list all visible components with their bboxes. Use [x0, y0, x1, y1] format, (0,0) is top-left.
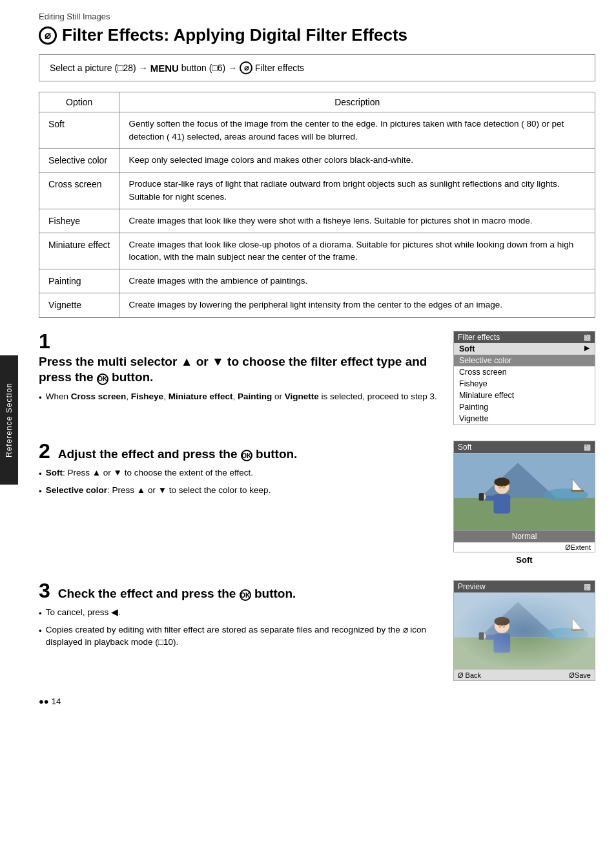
step-2-body: • Soft: Press ▲ or ▼ to choose the exten…: [39, 467, 442, 498]
step-3-header: 3 Check the effect and press the OK butt…: [39, 580, 442, 602]
step-2-number: 2: [39, 441, 50, 461]
filter-icon: ⌀: [39, 26, 57, 45]
side-tab: Reference Section: [0, 355, 18, 485]
preview-icon: ▩: [584, 582, 591, 591]
filter-screen-icon: ▩: [584, 333, 591, 342]
step-1-number: 1: [39, 331, 50, 351]
filter-list-item[interactable]: Selective color: [454, 355, 595, 366]
filter-list-item[interactable]: Vignette: [454, 413, 595, 424]
soft-titlebar: Soft ▩: [454, 441, 595, 453]
soft-title: Soft: [458, 443, 471, 452]
step-3-bullet-cancel: • To cancel, press ◀.: [39, 607, 442, 620]
table-row: PaintingCreate images with the ambience …: [39, 269, 595, 293]
soft-caption: Soft: [453, 555, 595, 565]
svg-rect-30: [454, 592, 595, 669]
step-3-body: • To cancel, press ◀. • Copies created b…: [39, 607, 442, 649]
steps-section: 1 Press the multi selector ▲ or ▼ to cho…: [39, 331, 595, 681]
ok-icon-step1: OK: [97, 373, 108, 385]
step-1-header: 1 Press the multi selector ▲ or ▼ to cho…: [39, 331, 442, 386]
preview-titlebar: Preview ▩: [454, 581, 595, 592]
step-3-title: Check the effect and press the OK button…: [58, 586, 296, 602]
table-cell-description: Create images by lowering the peripheral…: [119, 293, 595, 317]
section-label: Editing Still Images: [39, 12, 595, 21]
step-1-bullet: • When Cross screen, Fisheye, Miniature …: [39, 391, 442, 404]
table-cell-description: Gently soften the focus of the image fro…: [119, 112, 595, 149]
step-2-title: Adjust the effect and press the OK butto…: [58, 446, 298, 463]
options-table: Option Description SoftGently soften the…: [39, 92, 595, 318]
step-2-bullet-selective: • Selective color: Press ▲ or ▼ to selec…: [39, 485, 442, 498]
step-2-content: 2 Adjust the effect and press the OK but…: [39, 441, 442, 498]
step-2-row: 2 Adjust the effect and press the OK but…: [39, 441, 595, 565]
svg-point-14: [502, 485, 505, 488]
preview-btn-bar: Ø Back ØSave: [454, 670, 595, 680]
svg-point-13: [498, 485, 501, 488]
ok-icon-step3: OK: [240, 589, 251, 601]
table-cell-option: Miniature effect: [39, 233, 119, 269]
preview-image-area: [454, 592, 595, 670]
page-number-icon: ●●: [39, 697, 49, 706]
page-title-text: Filter Effects: Applying Digital Filter …: [62, 25, 407, 45]
nav-after-menu: button (□6) →: [181, 63, 237, 73]
step-3-row: 3 Check the effect and press the OK butt…: [39, 580, 595, 681]
soft-image-area: [454, 453, 595, 530]
menu-button-label: MENU: [150, 63, 179, 74]
step-3-screen: Preview ▩: [453, 580, 595, 681]
filter-list-item[interactable]: Soft: [454, 343, 595, 355]
step-2-screen: Soft ▩: [453, 441, 595, 565]
page-title: ⌀ Filter Effects: Applying Digital Filte…: [39, 25, 595, 45]
step-1-body: • When Cross screen, Fisheye, Miniature …: [39, 391, 442, 404]
filter-effects-screen: Filter effects ▩ SoftSelective colorCros…: [453, 331, 595, 425]
nav-filter-label: Filter effects: [255, 63, 304, 73]
side-tab-label: Reference Section: [5, 383, 14, 457]
step-1-screen: Filter effects ▩ SoftSelective colorCros…: [453, 331, 595, 425]
table-cell-option: Cross screen: [39, 173, 119, 209]
table-row: SoftGently soften the focus of the image…: [39, 112, 595, 149]
step-2-bullet-soft: • Soft: Press ▲ or ▼ to choose the exten…: [39, 467, 442, 481]
ok-icon-step2: OK: [241, 450, 252, 461]
table-cell-option: Selective color: [39, 149, 119, 173]
soft-screen: Soft ▩: [453, 441, 595, 552]
table-row: VignetteCreate images by lowering the pe…: [39, 293, 595, 317]
preview-save-label: ØSave: [569, 671, 591, 679]
svg-rect-6: [571, 490, 584, 492]
table-header-description: Description: [119, 92, 595, 112]
filter-list: SoftSelective colorCross screenFisheyeMi…: [454, 343, 595, 424]
filter-screen-titlebar: Filter effects ▩: [454, 331, 595, 343]
filter-nav-icon: ⌀: [240, 61, 252, 74]
filter-list-item[interactable]: Miniature effect: [454, 390, 595, 401]
step-3-content: 3 Check the effect and press the OK butt…: [39, 580, 442, 649]
table-row: FisheyeCreate images that look like they…: [39, 209, 595, 233]
preview-title: Preview: [458, 582, 486, 591]
table-row: Cross screenProduce star-like rays of li…: [39, 173, 595, 209]
step-2-header: 2 Adjust the effect and press the OK but…: [39, 441, 442, 463]
svg-rect-2: [454, 498, 595, 530]
filter-list-item[interactable]: Painting: [454, 401, 595, 413]
nav-text: Select a picture (□28) →: [50, 63, 148, 73]
svg-rect-9: [485, 496, 495, 501]
svg-point-12: [494, 477, 509, 487]
table-cell-option: Vignette: [39, 293, 119, 317]
preview-screen: Preview ▩: [453, 580, 595, 681]
svg-rect-11: [479, 493, 484, 501]
step-3-bullet-copies: • Copies created by editing with filter …: [39, 624, 442, 649]
table-row: Miniature effectCreate images that look …: [39, 233, 595, 269]
filter-list-item[interactable]: Fisheye: [454, 378, 595, 390]
filter-list-item[interactable]: Cross screen: [454, 366, 595, 378]
preview-back-label: Ø Back: [458, 671, 481, 679]
step-3-number: 3: [39, 580, 50, 601]
page-footer: ●● 14: [39, 697, 595, 706]
table-cell-description: Keep only selected image colors and make…: [119, 149, 595, 173]
table-cell-option: Painting: [39, 269, 119, 293]
table-cell-description: Create images that look like they were s…: [119, 209, 595, 233]
step-1-content: 1 Press the multi selector ▲ or ▼ to cho…: [39, 331, 442, 404]
table-header-option: Option: [39, 92, 119, 112]
table-cell-description: Produce star-like rays of light that rad…: [119, 173, 595, 209]
filter-screen-title: Filter effects: [458, 333, 500, 342]
soft-icon: ▩: [584, 443, 591, 452]
soft-label: Normal: [454, 530, 595, 542]
table-cell-description: Create images that look like close-up ph…: [119, 233, 595, 269]
svg-rect-8: [493, 494, 510, 514]
table-row: Selective colorKeep only selected image …: [39, 149, 595, 173]
preview-illustration: [454, 592, 595, 669]
navigation-box: Select a picture (□28) → MENU button (□6…: [39, 54, 595, 81]
